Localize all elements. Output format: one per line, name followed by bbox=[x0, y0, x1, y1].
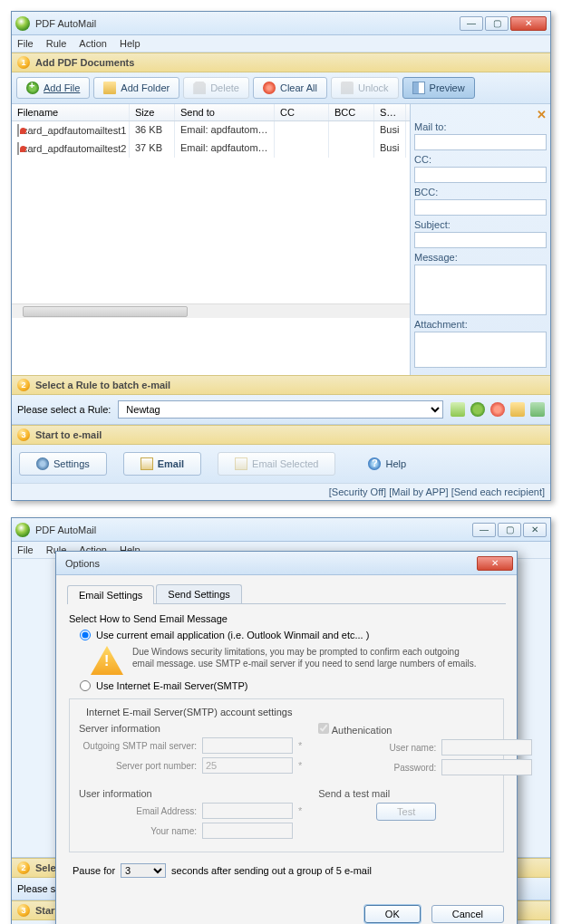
step-2-badge: 2 bbox=[17, 379, 30, 391]
cancel-button[interactable]: Cancel bbox=[431, 905, 504, 923]
col-filename[interactable]: Filename bbox=[12, 104, 130, 120]
help-button[interactable]: Help bbox=[352, 453, 422, 475]
clear-all-button[interactable]: Clear All bbox=[253, 77, 327, 99]
minimize-button[interactable]: — bbox=[472, 523, 496, 537]
add-file-button[interactable]: Add File bbox=[16, 77, 90, 99]
section-1-header: 1 Add PDF Documents bbox=[12, 53, 550, 72]
menu-rule[interactable]: Rule bbox=[46, 38, 67, 49]
app-title: PDF AutoMail bbox=[35, 18, 460, 29]
rule-delete-icon[interactable] bbox=[490, 402, 505, 417]
preview-icon bbox=[412, 82, 425, 94]
side-close-icon[interactable]: ✕ bbox=[537, 108, 547, 121]
section-1-title: Add PDF Documents bbox=[35, 57, 134, 68]
auth-checkbox[interactable] bbox=[318, 723, 329, 734]
lock-icon bbox=[341, 82, 354, 94]
email-selected-button[interactable]: Email Selected bbox=[218, 452, 335, 476]
horizontal-scrollbar[interactable] bbox=[12, 303, 410, 318]
close-button[interactable]: ✕ bbox=[510, 16, 547, 31]
rule-add-icon[interactable] bbox=[470, 402, 485, 417]
radio-current-app[interactable] bbox=[80, 630, 91, 640]
email-button[interactable]: Email bbox=[123, 452, 201, 476]
col-bcc[interactable]: BCC bbox=[329, 104, 374, 120]
rule-select[interactable]: Newtag bbox=[118, 400, 443, 419]
add-folder-button[interactable]: Add Folder bbox=[93, 77, 179, 99]
menu-help[interactable]: Help bbox=[120, 38, 140, 49]
pdf-icon bbox=[17, 142, 19, 155]
dialog-close-button[interactable]: ✕ bbox=[477, 556, 513, 571]
bottom-bar: Settings Email Email Selected Help bbox=[12, 445, 550, 483]
rule-label: Please select a Rule: bbox=[17, 404, 111, 415]
delete-icon bbox=[193, 82, 206, 94]
cc-field[interactable] bbox=[414, 167, 547, 183]
settings-button[interactable]: Settings bbox=[19, 452, 107, 476]
pause-select[interactable]: 3 bbox=[121, 863, 166, 878]
pdf-icon bbox=[17, 124, 19, 137]
user-info-label: User information bbox=[79, 788, 302, 799]
menu-file[interactable]: File bbox=[17, 544, 34, 555]
titlebar[interactable]: PDF AutoMail — ▢ ✕ bbox=[12, 12, 550, 35]
plus-icon bbox=[26, 82, 39, 94]
password-input[interactable] bbox=[441, 759, 532, 775]
maximize-button[interactable]: ▢ bbox=[498, 523, 521, 537]
warning-icon bbox=[91, 646, 123, 675]
message-field[interactable] bbox=[414, 265, 547, 315]
clear-icon bbox=[263, 82, 276, 94]
dialog-tabs: Email Settings Send Settings bbox=[67, 584, 506, 604]
email-addr-input[interactable] bbox=[202, 803, 293, 819]
table-row[interactable]: card_apdfautomailtest2 37 KB Email: apdf… bbox=[12, 140, 410, 158]
tab-email-settings[interactable]: Email Settings bbox=[67, 585, 154, 604]
titlebar[interactable]: PDF AutoMail — ▢ ✕ bbox=[12, 518, 550, 542]
bcc-field[interactable] bbox=[414, 199, 547, 216]
menu-file[interactable]: File bbox=[17, 38, 34, 49]
col-subject[interactable]: Subj bbox=[374, 104, 406, 120]
dialog-title: Options bbox=[60, 558, 477, 569]
maximize-button[interactable]: ▢ bbox=[485, 16, 509, 31]
col-size[interactable]: Size bbox=[130, 104, 175, 120]
preview-button[interactable]: Preview bbox=[402, 77, 475, 99]
col-sendto[interactable]: Send to bbox=[175, 104, 275, 120]
col-cc[interactable]: CC bbox=[275, 104, 329, 120]
app-title: PDF AutoMail bbox=[35, 525, 472, 535]
table-row[interactable]: card_apdfautomailtest1 36 KB Email: apdf… bbox=[12, 121, 410, 140]
minimize-button[interactable]: — bbox=[460, 16, 483, 31]
attachment-label: Attachment: bbox=[414, 319, 547, 330]
main-window-1: PDF AutoMail — ▢ ✕ File Rule Action Help… bbox=[11, 11, 551, 501]
port-input[interactable] bbox=[202, 757, 293, 774]
cc-label: CC: bbox=[414, 154, 547, 165]
unlock-button[interactable]: Unlock bbox=[331, 77, 399, 99]
file-list[interactable]: Filename Size Send to CC BCC Subj card_a… bbox=[12, 104, 410, 303]
rule-export-icon[interactable] bbox=[530, 402, 545, 417]
file-list-header[interactable]: Filename Size Send to CC BCC Subj bbox=[12, 104, 410, 121]
section-3-title: Start to e-mail bbox=[35, 429, 102, 440]
close-button[interactable]: ✕ bbox=[523, 523, 547, 537]
main-window-2: PDF AutoMail — ▢ ✕ File Rule Action Help… bbox=[11, 517, 551, 924]
mailto-field[interactable] bbox=[414, 134, 547, 150]
subject-field[interactable] bbox=[414, 232, 547, 248]
smtp-fieldset: Internet E-mail Server(SMTP) account set… bbox=[69, 698, 504, 852]
smtp-server-input[interactable] bbox=[202, 737, 293, 754]
attachment-field[interactable] bbox=[414, 332, 547, 368]
tab-send-settings[interactable]: Send Settings bbox=[156, 584, 242, 603]
menu-action[interactable]: Action bbox=[79, 38, 107, 49]
rule-import-icon[interactable] bbox=[510, 402, 525, 417]
auth-label: Authenication bbox=[332, 725, 392, 736]
bcc-label: BCC: bbox=[414, 187, 547, 197]
radio-smtp-label: Use Internet E-mail Server(SMTP) bbox=[96, 680, 247, 691]
section-3-header: 3 Start to e-mail bbox=[12, 425, 550, 445]
step-1-badge: 1 bbox=[17, 56, 30, 69]
mail-icon bbox=[235, 457, 247, 470]
ok-button[interactable]: OK bbox=[364, 905, 421, 923]
your-name-input[interactable] bbox=[202, 823, 293, 839]
dialog-titlebar[interactable]: Options ✕ bbox=[56, 552, 517, 575]
username-input[interactable] bbox=[441, 739, 532, 756]
rule-new-icon[interactable] bbox=[451, 402, 465, 417]
radio-smtp[interactable] bbox=[80, 680, 91, 691]
app-icon bbox=[15, 523, 30, 537]
gear-icon bbox=[36, 457, 49, 470]
test-mail-label: Send a test mail bbox=[318, 788, 494, 799]
section-2-title: Select a Rule to batch e-mail bbox=[35, 380, 170, 390]
test-button[interactable]: Test bbox=[376, 803, 436, 821]
password-label: Password: bbox=[318, 763, 436, 773]
delete-button[interactable]: Delete bbox=[183, 77, 249, 99]
smtp-legend: Internet E-mail Server(SMTP) account set… bbox=[82, 707, 296, 717]
